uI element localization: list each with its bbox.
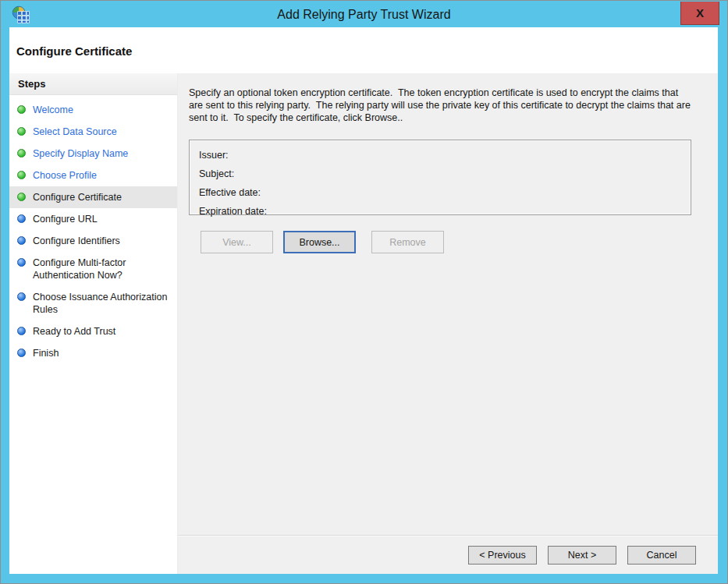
wizard-window: Add Relying Party Trust Wizard X Configu… [0, 0, 728, 584]
step-configure-url: Configure URL [9, 208, 177, 230]
view-button: View... [201, 231, 273, 253]
certificate-expiration-date-row: Expiration date: [199, 202, 691, 221]
steps-heading: Steps [9, 73, 177, 95]
step-pending-icon [17, 327, 26, 335]
step-choose-profile[interactable]: Choose Profile [9, 165, 177, 186]
step-configure-certificate: Configure Certificate [9, 186, 177, 208]
remove-button: Remove [371, 231, 444, 253]
step-complete-icon [17, 149, 26, 158]
certificate-issuer-row: Issuer: [199, 146, 691, 165]
cancel-button[interactable]: Cancel [627, 546, 696, 565]
certificate-subject-row: Subject: [199, 165, 691, 183]
step-ready-to-add-trust: Ready to Add Trust [9, 320, 177, 342]
step-configure-identifiers: Configure Identifiers [9, 230, 177, 252]
subject-label: Subject: [199, 168, 234, 179]
step-complete-icon [17, 171, 26, 179]
step-pending-icon [17, 236, 26, 245]
step-pending-icon [17, 214, 26, 223]
step-welcome[interactable]: Welcome [9, 99, 177, 121]
step-pending-icon [17, 292, 26, 301]
wizard-navigation-bar: < Previous Next > Cancel [178, 535, 718, 574]
next-button[interactable]: Next > [548, 546, 616, 565]
step-configure-mfa: Configure Multi-factor Authentication No… [9, 252, 177, 286]
window-title: Add Relying Party Trust Wizard [2, 2, 726, 27]
step-choose-issuance-rules: Choose Issuance Authorization Rules [9, 286, 177, 320]
step-finish: Finish [9, 342, 177, 364]
browse-button[interactable]: Browse... [283, 231, 356, 253]
wizard-page-content: Specify an optional token encryption cer… [178, 73, 718, 574]
page-title: Configure Certificate [16, 44, 132, 57]
steps-list: Welcome Select Data Source Specify Displ… [9, 95, 177, 364]
step-select-data-source[interactable]: Select Data Source [9, 121, 177, 143]
previous-button[interactable]: < Previous [468, 546, 537, 565]
step-complete-icon [17, 105, 26, 114]
steps-sidebar: Steps Welcome Select Data Source Specify… [9, 73, 178, 574]
expiration-date-label: Expiration date: [199, 206, 267, 217]
page-description: Specify an optional token encryption cer… [189, 87, 694, 124]
title-bar[interactable]: Add Relying Party Trust Wizard X [2, 2, 726, 27]
issuer-label: Issuer: [199, 150, 229, 161]
certificate-details-panel: Issuer: Subject: Effective date: Expirat… [189, 140, 691, 215]
step-complete-icon [17, 127, 26, 136]
close-button[interactable]: X [680, 2, 719, 25]
certificate-actions: View... Browse... Remove [201, 231, 718, 253]
certificate-effective-date-row: Effective date: [199, 183, 691, 202]
close-icon: X [696, 6, 704, 19]
step-specify-display-name[interactable]: Specify Display Name [9, 143, 177, 165]
effective-date-label: Effective date: [199, 187, 261, 198]
step-pending-icon [17, 349, 26, 357]
step-complete-icon [17, 193, 26, 201]
page-header: Configure Certificate [9, 27, 718, 73]
step-pending-icon [17, 258, 26, 267]
client-area: Configure Certificate Steps Welcome Sele… [9, 27, 718, 574]
